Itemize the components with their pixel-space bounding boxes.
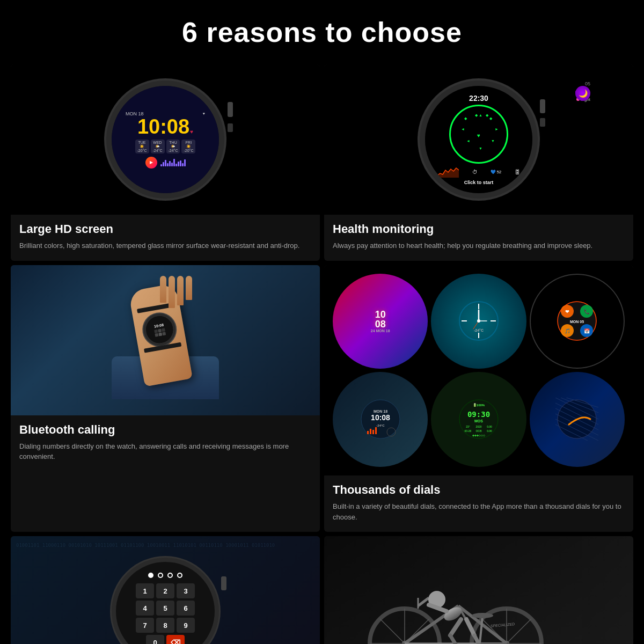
pw-key-0[interactable]: 0 xyxy=(146,635,164,644)
dial-mini-6 xyxy=(530,372,625,467)
svg-text:◆: ◆ xyxy=(475,113,478,117)
grid-dot-6 xyxy=(162,331,166,335)
fingers-row xyxy=(160,276,192,308)
moon-sleep-icon: 🌙 xyxy=(575,86,590,101)
dial-1-content: 10 08 24 MON 18 xyxy=(371,310,390,333)
dial-1-time2: 08 xyxy=(375,319,386,329)
svg-text:📅: 📅 xyxy=(584,328,590,334)
svg-marker-11 xyxy=(437,168,459,178)
wf1-heart-icon: ♥ xyxy=(190,129,193,135)
feature-dials: 10 08 24 MON 18 xyxy=(324,265,633,532)
svg-text:-24°C: -24°C xyxy=(474,328,484,332)
wf2-chart-area xyxy=(437,166,459,178)
wf1-bar-1 xyxy=(160,164,162,166)
svg-point-20 xyxy=(477,319,480,323)
dial-mini-4: MON 18 10:08 -24°C xyxy=(333,372,428,467)
svg-text:🔋100%: 🔋100% xyxy=(473,403,485,407)
password-watch-face: 1 2 3 4 5 6 7 8 9 0 ⌫ xyxy=(112,558,219,644)
dials-display: 10 08 24 MON 18 xyxy=(324,265,633,476)
svg-text:10:08: 10:08 xyxy=(371,413,390,422)
svg-text:◆: ◆ xyxy=(464,116,467,120)
svg-rect-37 xyxy=(370,429,371,434)
password-display: 01001101 11000110 00101010 10111001 0110… xyxy=(11,536,320,644)
wf1-bar-2 xyxy=(163,162,164,166)
svg-text:03-26: 03-26 xyxy=(465,429,472,433)
feature-sports: SPECIALIZED Multi-sports mode Equipped w… xyxy=(324,536,633,644)
wf1-time: 10:08 xyxy=(137,116,189,137)
wrist-illustration: 10:08 xyxy=(85,270,246,410)
pw-key-4[interactable]: 4 xyxy=(136,601,154,616)
wf1-bar-12 xyxy=(184,159,186,166)
svg-text:◆◆◆◇◇◇: ◆◆◆◇◇◇ xyxy=(472,434,486,437)
svg-text:09:30: 09:30 xyxy=(467,410,490,419)
photo-display-bluetooth: 10:08 xyxy=(11,265,320,415)
wf1-weather-thu: THU🌤️-24°C xyxy=(166,140,180,153)
pw-key-5[interactable]: 5 xyxy=(156,601,174,616)
svg-text:23°: 23° xyxy=(466,425,470,428)
svg-text:▲: ▲ xyxy=(479,113,482,117)
pw-key-3[interactable]: 3 xyxy=(177,583,195,598)
wf2-bpm-value: 52 xyxy=(496,170,501,174)
feature-title-health: Health monitoring xyxy=(333,222,625,236)
svg-text:◆: ◆ xyxy=(489,116,493,120)
watch-wrapper-health: 22:30 ♥ ▲ ◆ ► ▼ xyxy=(420,80,538,199)
feature-desc-dials: Built-in a variety of beautiful dials, c… xyxy=(333,501,625,522)
wf2-timer-icon: ⏱ xyxy=(472,169,478,175)
dial5-svg: 🔋100% 09:30 MOS 23° 2020 0.00 03-26 OCB … xyxy=(457,398,500,441)
sleep-tracker-panel: 🌙 05 Deep Light xyxy=(575,80,590,102)
dial-mini-5: 🔋100% 09:30 MOS 23° 2020 0.00 03-26 OCB … xyxy=(431,372,526,467)
watch-crown xyxy=(228,102,233,117)
click-to-start-label[interactable]: Click to start xyxy=(464,180,494,185)
dial-1-time: 10 xyxy=(375,310,386,319)
svg-text:◄: ◄ xyxy=(466,139,470,143)
heart-rate-circle: ♥ ▲ ◆ ► ▼ ▼ ◄ ◄ ◆ xyxy=(449,105,508,164)
feature-health: 🌙 05 Deep Light 22:30 xyxy=(324,64,633,261)
pw-key-7[interactable]: 7 xyxy=(136,618,154,633)
svg-text:♥: ♥ xyxy=(477,133,480,138)
pw-key-1[interactable]: 1 xyxy=(136,583,154,598)
sports-display: SPECIALIZED xyxy=(324,536,633,644)
wf1-play-btn: ▶ xyxy=(145,157,157,169)
svg-text:◆: ◆ xyxy=(486,113,489,117)
svg-text:OCB: OCB xyxy=(475,429,482,433)
pw-dots-row xyxy=(148,573,182,578)
watch-face-1-content: MON 18 ♥ 10:08 ♥ TUE☀️-20°C WED🌤️-24°C T… xyxy=(112,86,219,193)
pw-zero-row: 0 ⌫ xyxy=(141,635,190,644)
pw-key-8[interactable]: 8 xyxy=(156,618,174,633)
pw-key-9[interactable]: 9 xyxy=(177,618,195,633)
svg-rect-36 xyxy=(367,431,369,434)
feature-desc-health: Always pay attention to heart health; he… xyxy=(333,240,625,251)
wf1-weather-row: TUE☀️-20°C WED🌤️-24°C THU🌤️-24°C FRI☀️-2… xyxy=(135,140,196,153)
pw-dot-1 xyxy=(148,573,153,578)
analog-clock-svg: -24°C xyxy=(457,299,500,342)
dial-mini-3: ❤ 📞 🎵 📅 MON 05 xyxy=(530,274,625,369)
pw-dot-3 xyxy=(167,573,173,578)
pw-key-2[interactable]: 2 xyxy=(156,583,174,598)
feature-text-hd: Large HD screen Brilliant colors, high s… xyxy=(11,215,320,261)
finger-2 xyxy=(169,276,175,308)
pw-keypad: 1 2 3 4 5 6 7 8 9 xyxy=(130,583,200,633)
svg-text:2020: 2020 xyxy=(475,425,481,428)
pw-key-6[interactable]: 6 xyxy=(177,601,195,616)
wrist-dial-grid xyxy=(154,327,166,336)
watch-display-hd: MON 18 ♥ 10:08 ♥ TUE☀️-20°C WED🌤️-24°C T… xyxy=(11,64,320,215)
watch-display-health: 🌙 05 Deep Light 22:30 xyxy=(324,64,633,215)
wf2-eq-icon: 🎛 xyxy=(515,169,520,175)
feature-text-dials: Thousands of dials Built-in a variety of… xyxy=(324,475,633,532)
pw-key-delete[interactable]: ⌫ xyxy=(166,635,185,644)
feature-desc-bluetooth: Dialing numbers directly on the watch, a… xyxy=(19,441,311,462)
wrist-watch-display: 10:08 xyxy=(144,314,175,345)
wf1-bar-3 xyxy=(165,160,166,166)
svg-text:MON 18: MON 18 xyxy=(374,409,387,413)
wf1-bar-6 xyxy=(171,163,173,166)
feature-desc-hd: Brilliant colors, high saturation, tempe… xyxy=(19,240,311,251)
svg-text:📞: 📞 xyxy=(584,309,590,315)
wf2-chart-svg xyxy=(437,166,459,178)
dial-mini-2: -24°C xyxy=(431,274,526,369)
dial4-svg: MON 18 10:08 -24°C xyxy=(359,398,402,441)
feature-password: 01001101 11000110 00101010 10111001 0110… xyxy=(11,536,320,644)
svg-rect-38 xyxy=(372,430,374,434)
wf1-bar-11 xyxy=(182,163,184,166)
watch-wrapper-password: 1 2 3 4 5 6 7 8 9 0 ⌫ xyxy=(112,558,219,644)
watch-face-health: 22:30 ♥ ▲ ◆ ► ▼ xyxy=(420,80,538,199)
